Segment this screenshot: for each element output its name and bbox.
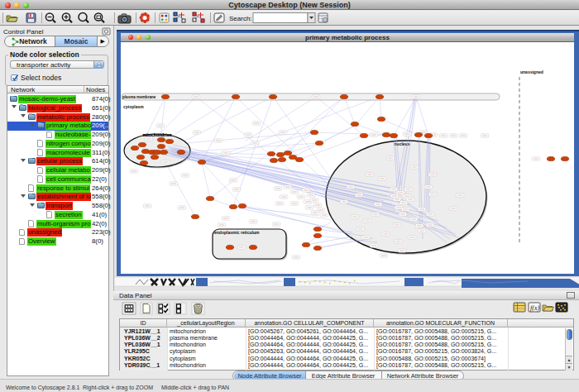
svg-text:unassigned: unassigned [520, 69, 543, 74]
svg-text:Search:: Search: [229, 15, 252, 22]
svg-text:plasma membrane: plasma membrane [122, 95, 156, 99]
svg-text:cytoplasm: cytoplasm [123, 104, 144, 109]
svg-text:mitochondrion: mitochondrion [143, 132, 172, 137]
svg-text:f(x): f(x) [530, 304, 539, 312]
svg-text:endoplasmic reticulum: endoplasmic reticulum [214, 230, 260, 235]
